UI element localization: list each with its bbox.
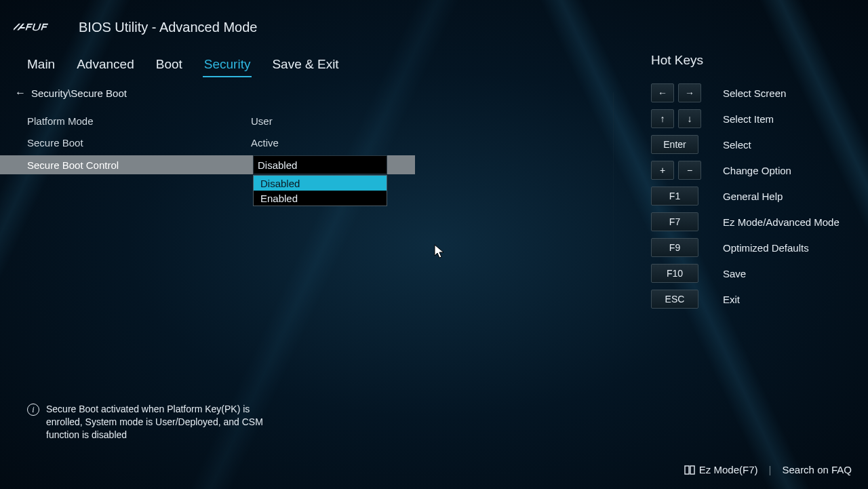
svg-rect-1 xyxy=(690,466,694,474)
row-secure-boot-control[interactable]: Secure Boot Control Disabled xyxy=(0,155,415,174)
hotkey-general-help: F1 General Help xyxy=(651,186,841,206)
secure-boot-control-selectbox[interactable]: Disabled xyxy=(253,155,387,174)
footer: Ez Mode(F7) | Search on FAQ xyxy=(684,464,852,475)
settings-panel: Platform Mode User Secure Boot Active Se… xyxy=(0,112,415,174)
hotkeys-title: Hot Keys xyxy=(651,53,841,68)
hotkey-select: Enter Select xyxy=(651,134,841,155)
hotkey-desc: Select xyxy=(723,139,841,151)
hotkey-select-item: ↑ ↓ Select Item xyxy=(651,109,841,129)
topbar: BIOS Utility - Advanced Mode xyxy=(14,14,854,41)
hotkey-desc: Exit xyxy=(723,294,841,305)
hotkey-optimized-defaults: F9 Optimized Defaults xyxy=(651,237,841,258)
key-up-arrow: ↑ xyxy=(651,109,674,128)
hotkey-select-screen: ← → Select Screen xyxy=(651,83,841,103)
key-f9: F9 xyxy=(651,238,698,257)
help-text: Secure Boot activated when Platform Key(… xyxy=(46,403,271,442)
option-enabled[interactable]: Enabled xyxy=(254,191,387,206)
hotkey-desc: General Help xyxy=(723,191,841,202)
footer-ezmode-link[interactable]: Ez Mode(F7) xyxy=(684,464,758,475)
key-enter: Enter xyxy=(651,135,698,154)
row-platform-mode[interactable]: Platform Mode User xyxy=(0,112,415,130)
key-down-arrow: ↓ xyxy=(678,109,701,128)
mouse-cursor-icon xyxy=(434,244,445,259)
key-f10: F10 xyxy=(651,264,698,283)
hotkey-exit: ESC Exit xyxy=(651,289,841,309)
key-left-arrow: ← xyxy=(651,83,674,102)
hotkey-desc: Select Item xyxy=(723,113,841,125)
hotkey-save: F10 Save xyxy=(651,263,841,283)
value-platform-mode: User xyxy=(251,115,273,127)
hotkey-change-option: + − Change Option xyxy=(651,160,841,180)
footer-search-link[interactable]: Search on FAQ xyxy=(782,464,852,475)
key-f1: F1 xyxy=(651,187,698,206)
footer-ezmode-label: Ez Mode(F7) xyxy=(699,464,758,475)
key-f7: F7 xyxy=(651,212,698,231)
svg-rect-0 xyxy=(685,466,689,474)
hotkeys-panel: Hot Keys ← → Select Screen ↑ ↓ Select It… xyxy=(651,53,841,315)
hotkey-desc: Optimized Defaults xyxy=(723,242,841,254)
hotkey-desc: Select Screen xyxy=(723,87,841,99)
secure-boot-control-current-value: Disabled xyxy=(258,159,297,171)
ezmode-icon xyxy=(684,465,695,475)
tab-save-exit[interactable]: Save & Exit xyxy=(271,54,340,77)
option-disabled[interactable]: Disabled xyxy=(254,176,387,191)
info-icon: i xyxy=(27,404,39,416)
breadcrumb-text: Security\Secure Boot xyxy=(31,87,127,99)
secure-boot-control-dropdown[interactable]: Disabled Enabled xyxy=(253,175,387,206)
asus-logo xyxy=(14,19,66,35)
hotkey-desc: Ez Mode/Advanced Mode xyxy=(723,216,841,228)
footer-separator: | xyxy=(769,464,772,475)
tab-security[interactable]: Security xyxy=(203,54,252,77)
breadcrumb[interactable]: ← Security\Secure Boot xyxy=(15,87,127,99)
tab-boot[interactable]: Boot xyxy=(155,54,184,77)
value-secure-boot: Active xyxy=(251,137,279,149)
hotkey-desc: Change Option xyxy=(723,165,841,176)
row-secure-boot[interactable]: Secure Boot Active xyxy=(0,134,415,151)
label-secure-boot: Secure Boot xyxy=(27,137,251,149)
nav-tabs: Main Advanced Boot Security Save & Exit xyxy=(26,54,340,77)
back-arrow-icon[interactable]: ← xyxy=(15,87,26,99)
label-platform-mode: Platform Mode xyxy=(27,115,251,127)
help-panel: i Secure Boot activated when Platform Ke… xyxy=(27,403,271,442)
key-right-arrow: → xyxy=(678,83,701,102)
hotkey-ezmode: F7 Ez Mode/Advanced Mode xyxy=(651,212,841,232)
label-secure-boot-control: Secure Boot Control xyxy=(27,159,251,171)
tab-advanced[interactable]: Advanced xyxy=(75,54,136,77)
page-title: BIOS Utility - Advanced Mode xyxy=(79,20,257,35)
hotkey-desc: Save xyxy=(723,268,841,279)
key-plus: + xyxy=(651,161,674,180)
key-minus: − xyxy=(678,161,701,180)
key-esc: ESC xyxy=(651,290,698,309)
tab-main[interactable]: Main xyxy=(26,54,56,77)
vertical-divider xyxy=(613,92,614,374)
